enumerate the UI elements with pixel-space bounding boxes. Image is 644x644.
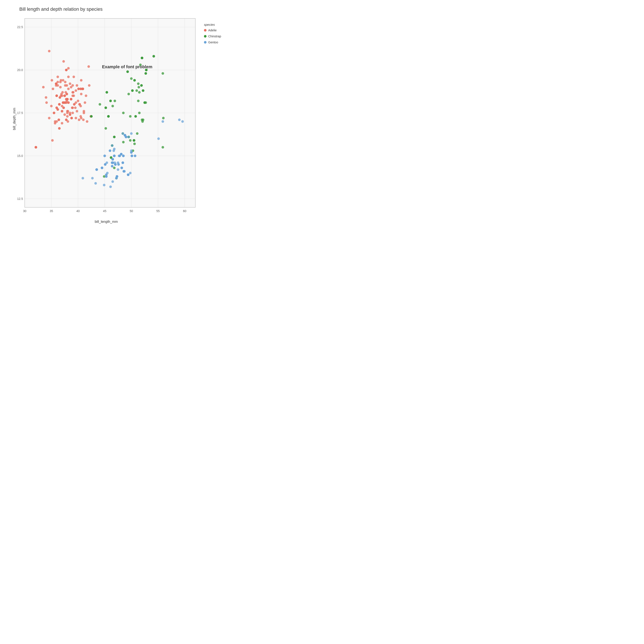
- svg-text:45: 45: [103, 209, 106, 213]
- legend-item-chinstrap: Chinstrap: [204, 35, 228, 38]
- svg-point-259: [94, 182, 97, 185]
- svg-point-79: [64, 81, 67, 83]
- svg-point-326: [109, 149, 111, 152]
- svg-point-202: [105, 106, 107, 109]
- svg-point-245: [129, 139, 132, 142]
- svg-text:17.5: 17.5: [17, 111, 23, 115]
- svg-point-155: [58, 127, 61, 130]
- svg-point-226: [162, 117, 165, 119]
- svg-point-333: [178, 118, 181, 121]
- svg-point-244: [127, 93, 130, 95]
- gentoo-label: Gentoo: [208, 41, 218, 44]
- svg-point-223: [99, 103, 101, 106]
- svg-point-109: [69, 82, 71, 85]
- svg-point-233: [113, 167, 115, 169]
- svg-point-167: [76, 84, 78, 87]
- svg-point-231: [161, 72, 164, 75]
- svg-point-170: [63, 101, 66, 104]
- svg-point-327: [120, 167, 123, 169]
- svg-point-351: [127, 173, 129, 176]
- svg-point-250: [138, 112, 141, 114]
- svg-point-358: [122, 161, 124, 164]
- svg-point-164: [67, 67, 70, 70]
- svg-point-144: [65, 118, 68, 121]
- svg-point-137: [61, 105, 63, 107]
- svg-point-304: [103, 184, 105, 186]
- svg-point-159: [65, 69, 68, 71]
- scatter-plot: 3035404550556012.515.017.520.022.5Exampl…: [13, 14, 200, 218]
- svg-point-102: [77, 100, 79, 102]
- svg-point-74: [72, 91, 74, 94]
- svg-text:22.5: 22.5: [17, 25, 23, 29]
- svg-point-90: [54, 120, 56, 123]
- svg-point-39: [59, 86, 62, 88]
- gentoo-dot: [204, 41, 207, 44]
- svg-point-26: [42, 86, 45, 88]
- svg-point-115: [65, 93, 68, 95]
- svg-point-138: [53, 112, 55, 114]
- svg-point-234: [141, 57, 143, 59]
- svg-point-330: [117, 161, 119, 164]
- svg-point-114: [56, 76, 59, 78]
- svg-point-162: [59, 96, 61, 99]
- svg-point-77: [76, 110, 78, 112]
- svg-point-199: [137, 100, 140, 102]
- svg-point-173: [111, 105, 114, 107]
- svg-point-42: [62, 60, 65, 63]
- svg-point-101: [71, 84, 74, 87]
- svg-point-87: [85, 94, 87, 97]
- svg-point-129: [86, 120, 88, 123]
- svg-point-140: [58, 118, 60, 121]
- svg-point-249: [141, 120, 144, 123]
- svg-text:50: 50: [130, 209, 133, 213]
- svg-point-163: [78, 103, 81, 106]
- svg-point-252: [130, 132, 133, 135]
- svg-point-356: [111, 161, 113, 164]
- svg-point-366: [104, 163, 106, 166]
- svg-point-360: [113, 155, 115, 157]
- svg-point-364: [125, 136, 127, 138]
- svg-point-64: [67, 88, 70, 90]
- svg-point-260: [113, 148, 115, 150]
- svg-point-229: [136, 132, 138, 135]
- legend-item-gentoo: Gentoo: [204, 41, 228, 44]
- svg-point-219: [133, 79, 136, 82]
- svg-point-166: [55, 94, 58, 97]
- svg-text:20.0: 20.0: [17, 68, 23, 72]
- svg-point-165: [35, 146, 37, 149]
- svg-point-45: [45, 101, 48, 104]
- svg-point-141: [55, 82, 58, 85]
- svg-point-121: [48, 117, 50, 119]
- svg-point-215: [107, 115, 110, 118]
- svg-point-123: [79, 115, 82, 118]
- svg-point-201: [144, 72, 147, 75]
- chart-title: Bill length and depth relation by specie…: [19, 6, 228, 12]
- svg-point-241: [144, 101, 147, 104]
- svg-point-139: [69, 113, 71, 116]
- svg-point-207: [133, 139, 135, 142]
- svg-point-97: [60, 79, 62, 82]
- svg-point-152: [50, 105, 53, 107]
- svg-point-120: [51, 79, 53, 82]
- svg-point-37: [52, 88, 54, 90]
- svg-point-365: [122, 155, 125, 157]
- svg-point-213: [90, 115, 93, 118]
- svg-point-370: [105, 175, 108, 178]
- svg-point-147: [67, 110, 69, 112]
- svg-point-279: [91, 177, 94, 179]
- x-axis-label: bill_length_mm: [13, 220, 200, 224]
- svg-point-96: [84, 101, 86, 104]
- svg-point-325: [134, 155, 136, 157]
- svg-point-84: [75, 117, 77, 119]
- svg-point-174: [130, 77, 133, 80]
- legend-item-adelie: Adelie: [204, 29, 228, 32]
- svg-point-133: [70, 98, 72, 100]
- svg-point-94: [48, 50, 50, 52]
- svg-point-119: [80, 79, 82, 82]
- y-axis-label: bill_depth_mm: [12, 108, 16, 130]
- svg-point-238: [129, 115, 132, 118]
- svg-point-168: [61, 110, 63, 112]
- legend-title: species: [204, 23, 228, 26]
- chinstrap-label: Chinstrap: [208, 35, 221, 38]
- plot-with-axes: bill_depth_mm 3035404550556012.515.017.5…: [13, 14, 200, 224]
